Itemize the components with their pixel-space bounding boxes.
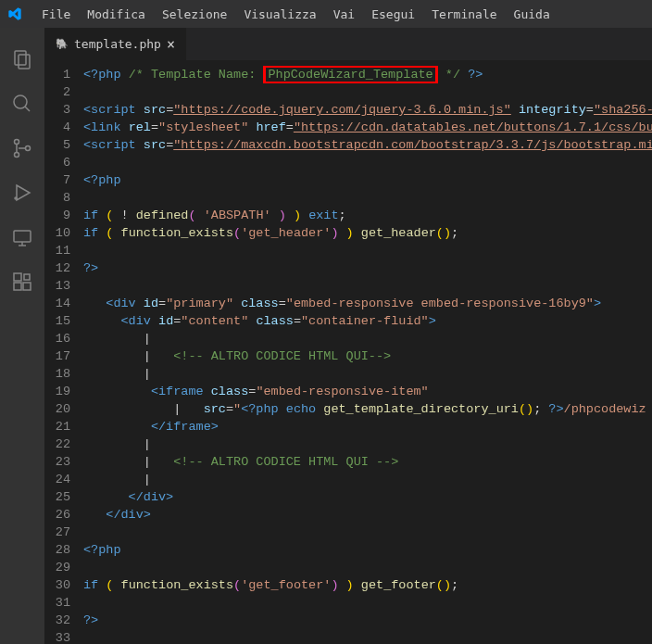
code-line[interactable]: 11: [44, 242, 652, 259]
line-content[interactable]: ?>: [83, 259, 652, 277]
menu-esegui[interactable]: Esegui: [363, 0, 423, 28]
line-number: 30: [44, 576, 83, 594]
line-content[interactable]: [83, 524, 652, 541]
code-line[interactable]: 20 | src="<?php echo get_template_direct…: [44, 400, 652, 418]
code-line[interactable]: 30if ( function_exists('get_footer') ) g…: [44, 576, 652, 594]
menu-vai[interactable]: Vai: [325, 0, 363, 28]
code-line[interactable]: 10if ( function_exists('get_header') ) g…: [44, 224, 652, 242]
code-line[interactable]: 12?>: [44, 259, 652, 277]
line-content[interactable]: <script src="https://maxcdn.bootstrapcdn…: [83, 136, 652, 154]
line-content[interactable]: <div id="primary" class="embed-responsiv…: [83, 295, 652, 312]
tab-template-php[interactable]: 🐘 template.php ×: [44, 28, 186, 60]
code-line[interactable]: 19 <iframe class="embed-responsive-item": [44, 383, 652, 400]
explorer-icon[interactable]: [0, 37, 44, 82]
code-line[interactable]: 32?>: [44, 612, 652, 629]
line-number: 31: [44, 594, 83, 612]
menu-modifica[interactable]: Modifica: [79, 0, 154, 28]
menu-file[interactable]: File: [33, 0, 79, 28]
code-line[interactable]: 33: [44, 629, 652, 644]
tab-bar: 🐘 template.php ×: [44, 28, 652, 60]
line-content[interactable]: [83, 629, 652, 644]
line-content[interactable]: if ( function_exists('get_footer') ) get…: [83, 576, 652, 594]
svg-rect-0: [15, 51, 26, 65]
code-line[interactable]: 18 |: [44, 365, 652, 383]
code-line[interactable]: 8: [44, 189, 652, 207]
code-line[interactable]: 9if ( ! defined( 'ABSPATH' ) ) exit;: [44, 207, 652, 224]
code-line[interactable]: 2: [44, 83, 652, 101]
line-number: 6: [44, 154, 83, 171]
line-number: 25: [44, 488, 83, 506]
code-line[interactable]: 24 |: [44, 471, 652, 488]
code-line[interactable]: 15 <div id="content" class="container-fl…: [44, 312, 652, 330]
main-area: 🐘 template.php × 1<?php /* Template Name…: [0, 28, 652, 644]
svg-point-6: [26, 146, 31, 151]
line-content[interactable]: <?php: [83, 541, 652, 559]
line-content[interactable]: | <!-- ALTRO CODICE HTML QUI -->: [83, 453, 652, 471]
line-content[interactable]: [83, 83, 652, 101]
line-content[interactable]: <?php /* Template Name: PhpCodeWizard_Te…: [83, 66, 652, 83]
line-content[interactable]: <div id="content" class="container-fluid…: [83, 312, 652, 330]
line-content[interactable]: [83, 189, 652, 207]
menu-selezione[interactable]: Selezione: [154, 0, 235, 28]
run-debug-icon[interactable]: [0, 170, 44, 215]
code-line[interactable]: 14 <div id="primary" class="embed-respon…: [44, 295, 652, 312]
code-line[interactable]: 17 | <!-- ALTRO CODICE HTML QUI-->: [44, 347, 652, 365]
vscode-logo-icon: [7, 6, 22, 21]
code-line[interactable]: 22 |: [44, 436, 652, 453]
line-content[interactable]: [83, 594, 652, 612]
code-line[interactable]: 31: [44, 594, 652, 612]
line-number: 11: [44, 242, 83, 259]
code-line[interactable]: 13: [44, 277, 652, 295]
code-line[interactable]: 27: [44, 524, 652, 541]
source-control-icon[interactable]: [0, 126, 44, 170]
line-content[interactable]: [83, 559, 652, 576]
code-line[interactable]: 29: [44, 559, 652, 576]
code-line[interactable]: 1<?php /* Template Name: PhpCodeWizard_T…: [44, 66, 652, 83]
line-content[interactable]: |: [83, 365, 652, 383]
line-content[interactable]: [83, 242, 652, 259]
code-editor[interactable]: 1<?php /* Template Name: PhpCodeWizard_T…: [44, 60, 652, 644]
line-number: 3: [44, 101, 83, 119]
code-line[interactable]: 5<script src="https://maxcdn.bootstrapcd…: [44, 136, 652, 154]
code-line[interactable]: 25 </div>: [44, 488, 652, 506]
line-number: 13: [44, 277, 83, 295]
search-icon[interactable]: [0, 82, 44, 126]
line-content[interactable]: </div>: [83, 506, 652, 524]
line-content[interactable]: |: [83, 330, 652, 347]
menu-visualizza[interactable]: Visualizza: [235, 0, 324, 28]
code-line[interactable]: 16 |: [44, 330, 652, 347]
line-content[interactable]: |: [83, 471, 652, 488]
line-content[interactable]: <script src="https://code.jquery.com/jqu…: [83, 101, 652, 119]
menu-guida[interactable]: Guida: [506, 0, 558, 28]
line-number: 10: [44, 224, 83, 242]
line-content[interactable]: | <!-- ALTRO CODICE HTML QUI-->: [83, 347, 652, 365]
line-content[interactable]: [83, 277, 652, 295]
line-content[interactable]: if ( function_exists('get_header') ) get…: [83, 224, 652, 242]
code-line[interactable]: 6: [44, 154, 652, 171]
line-content[interactable]: <iframe class="embed-responsive-item": [83, 383, 652, 400]
code-line[interactable]: 3<script src="https://code.jquery.com/jq…: [44, 101, 652, 119]
line-content[interactable]: | src="<?php echo get_template_directory…: [83, 400, 652, 418]
line-number: 17: [44, 347, 83, 365]
svg-point-2: [14, 95, 27, 108]
code-line[interactable]: 7<?php: [44, 171, 652, 189]
line-content[interactable]: </iframe>: [83, 418, 652, 436]
line-content[interactable]: <link rel="stylesheet" href="https://cdn…: [83, 119, 652, 136]
menu-terminale[interactable]: Terminale: [423, 0, 505, 28]
line-content[interactable]: if ( ! defined( 'ABSPATH' ) ) exit;: [83, 207, 652, 224]
line-content[interactable]: <?php: [83, 171, 652, 189]
line-content[interactable]: [83, 154, 652, 171]
code-line[interactable]: 23 | <!-- ALTRO CODICE HTML QUI -->: [44, 453, 652, 471]
close-icon[interactable]: ×: [167, 36, 175, 53]
line-number: 18: [44, 365, 83, 383]
svg-rect-1: [19, 55, 30, 69]
remote-icon[interactable]: [0, 215, 44, 259]
code-line[interactable]: 21 </iframe>: [44, 418, 652, 436]
code-line[interactable]: 26 </div>: [44, 506, 652, 524]
code-line[interactable]: 28<?php: [44, 541, 652, 559]
code-line[interactable]: 4<link rel="stylesheet" href="https://cd…: [44, 119, 652, 136]
line-content[interactable]: |: [83, 436, 652, 453]
line-content[interactable]: </div>: [83, 488, 652, 506]
line-content[interactable]: ?>: [83, 612, 652, 629]
extensions-icon[interactable]: [0, 259, 44, 304]
